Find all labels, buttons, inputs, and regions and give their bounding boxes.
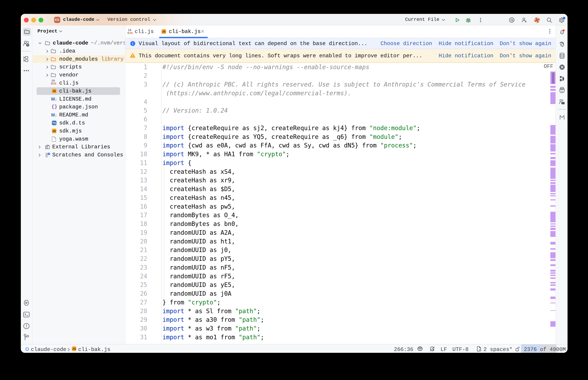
svg-text:?: ? bbox=[27, 44, 28, 47]
